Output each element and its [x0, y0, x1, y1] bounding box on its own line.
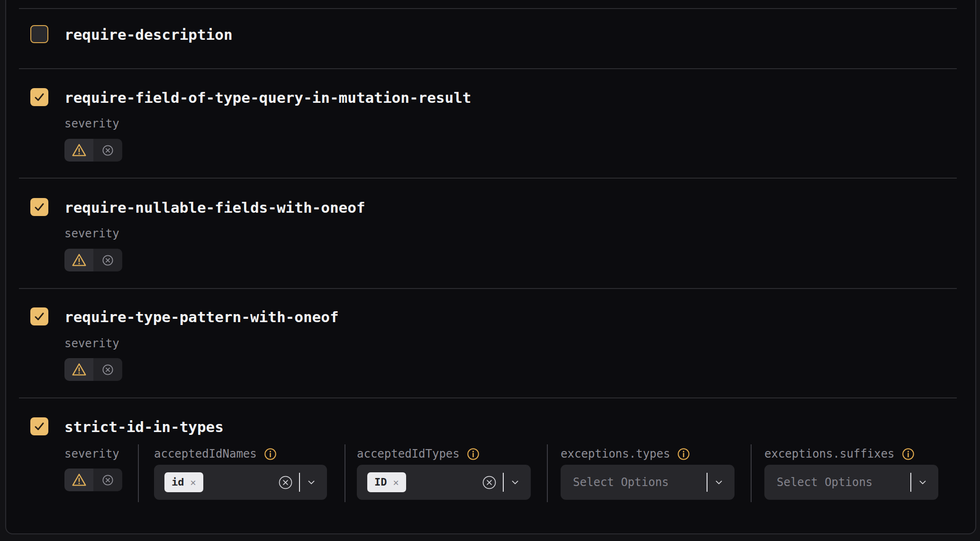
- input-separator: [299, 473, 300, 492]
- remove-tag-icon[interactable]: ✕: [191, 472, 196, 492]
- circle-x-icon: [101, 144, 114, 157]
- input-separator: [910, 473, 911, 492]
- severity-label: severity: [64, 336, 119, 351]
- chevron-down-icon: [714, 477, 724, 487]
- checkbox-require-nullable-fields-with-oneof[interactable]: [30, 198, 48, 216]
- severity-label: severity: [64, 447, 119, 461]
- dropdown-chevron-button[interactable]: [714, 477, 724, 487]
- column-divider: [547, 444, 548, 502]
- rule-title: require-nullable-fields-with-oneof: [64, 198, 365, 216]
- option-label-exceptions-types: exceptions.types: [561, 447, 690, 461]
- chevron-down-icon: [510, 477, 520, 487]
- select-placeholder: Select Options: [571, 476, 669, 489]
- multiselect-acceptedIdTypes[interactable]: ID ✕: [357, 465, 531, 500]
- circle-x-icon: [101, 363, 114, 376]
- multiselect-exceptions-suffixes[interactable]: Select Options: [764, 465, 938, 500]
- row-divider: [19, 8, 957, 9]
- tag-label: id: [172, 472, 184, 492]
- dropdown-chevron-button[interactable]: [510, 477, 520, 487]
- severity-label: severity: [64, 117, 119, 131]
- severity-toggle: [64, 249, 122, 271]
- severity-off-button[interactable]: [93, 249, 122, 271]
- row-divider: [19, 288, 957, 289]
- multiselect-acceptedIdNames[interactable]: id ✕: [154, 465, 327, 500]
- row-divider: [19, 178, 957, 179]
- column-divider: [345, 444, 345, 502]
- tag-chip[interactable]: id ✕: [164, 472, 203, 492]
- row-divider: [19, 397, 957, 398]
- chevron-down-icon: [917, 477, 928, 487]
- rule-title: require-type-pattern-with-oneof: [64, 307, 339, 325]
- severity-toggle: [64, 358, 122, 381]
- column-divider: [138, 444, 139, 502]
- info-icon[interactable]: [467, 448, 480, 460]
- info-icon[interactable]: [677, 448, 690, 460]
- info-icon[interactable]: [902, 448, 915, 460]
- rule-title: require-description: [64, 25, 233, 43]
- circle-x-icon: [482, 475, 497, 490]
- checkmark-icon: [33, 310, 45, 323]
- option-label-exceptions-suffixes: exceptions.suffixes: [764, 447, 915, 461]
- dropdown-chevron-button[interactable]: [306, 477, 317, 487]
- severity-off-button[interactable]: [93, 469, 122, 491]
- severity-label: severity: [64, 226, 119, 241]
- circle-x-icon: [101, 254, 114, 267]
- input-separator: [707, 473, 708, 492]
- remove-tag-icon[interactable]: ✕: [393, 472, 399, 492]
- severity-toggle: [64, 469, 122, 491]
- circle-x-icon: [278, 475, 293, 490]
- checkbox-require-type-pattern-with-oneof[interactable]: [30, 307, 48, 325]
- warning-triangle-icon: [72, 362, 87, 377]
- dropdown-chevron-button[interactable]: [917, 477, 928, 487]
- tag-chip[interactable]: ID ✕: [367, 472, 406, 492]
- circle-x-icon: [101, 474, 114, 487]
- severity-warn-button[interactable]: [64, 469, 93, 491]
- severity-off-button[interactable]: [93, 139, 122, 162]
- warning-triangle-icon: [72, 253, 87, 267]
- checkmark-icon: [33, 91, 45, 103]
- checkmark-icon: [33, 201, 45, 213]
- clear-all-button[interactable]: [482, 475, 497, 490]
- input-separator: [503, 473, 504, 492]
- severity-off-button[interactable]: [93, 358, 122, 381]
- checkbox-require-field-of-type-query-in-mutation-result[interactable]: [30, 88, 48, 106]
- checkbox-require-description[interactable]: [30, 25, 48, 43]
- rule-title: strict-id-in-types: [64, 417, 224, 435]
- column-divider: [751, 444, 752, 502]
- multiselect-exceptions-types[interactable]: Select Options: [561, 465, 735, 500]
- checkbox-strict-id-in-types[interactable]: [30, 417, 48, 435]
- chevron-down-icon: [306, 477, 317, 487]
- severity-warn-button[interactable]: [64, 358, 93, 381]
- checkmark-icon: [33, 420, 45, 433]
- select-placeholder: Select Options: [775, 476, 872, 489]
- option-label-acceptedIdTypes: acceptedIdTypes: [357, 447, 480, 461]
- severity-warn-button[interactable]: [64, 139, 93, 162]
- info-icon[interactable]: [264, 448, 277, 460]
- row-divider: [19, 68, 957, 69]
- tag-label: ID: [374, 472, 387, 492]
- severity-warn-button[interactable]: [64, 249, 93, 271]
- warning-triangle-icon: [72, 143, 87, 157]
- severity-toggle: [64, 139, 122, 162]
- option-label-acceptedIdNames: acceptedIdNames: [154, 447, 277, 461]
- rule-title: require-field-of-type-query-in-mutation-…: [64, 88, 472, 106]
- warning-triangle-icon: [72, 473, 87, 487]
- clear-all-button[interactable]: [278, 475, 293, 490]
